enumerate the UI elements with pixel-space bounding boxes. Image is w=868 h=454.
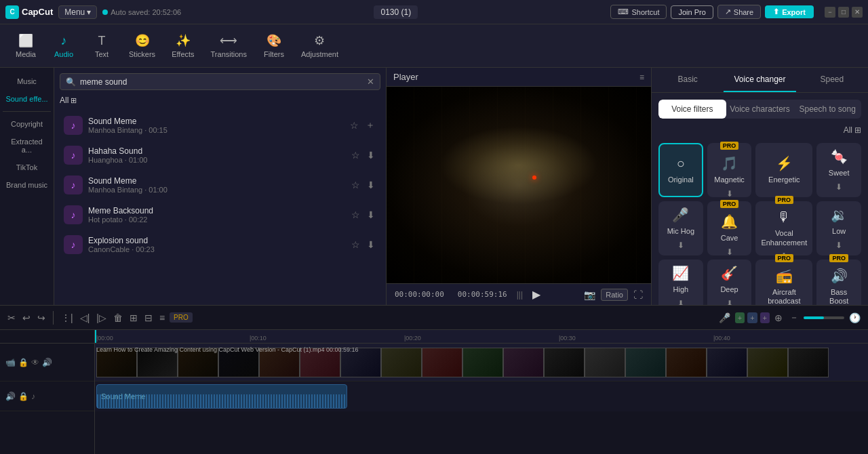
list-item[interactable]: ♪ Explosion sound CanonCable · 00:23 ☆ ⬇ <box>60 230 380 260</box>
search-input[interactable] <box>80 77 363 87</box>
voice-card-aircraft-broadcast[interactable]: PRO 📻 Aircraft broadcast ⬇ <box>755 260 812 305</box>
favorite-button[interactable]: ☆ <box>350 238 361 251</box>
tool-text[interactable]: T Text <box>84 30 119 62</box>
video-thumb <box>503 348 544 377</box>
sidebar-item-music[interactable]: Music <box>3 73 51 89</box>
vf-tab-voice-characters[interactable]: Voice characters <box>726 100 794 119</box>
download-button[interactable]: ⬇ <box>366 178 376 192</box>
voice-card-bass-boost[interactable]: PRO 🔊 Bass Boost ⬇ <box>816 260 861 305</box>
favorite-button[interactable]: ☆ <box>350 208 361 222</box>
favorite-button[interactable]: ☆ <box>349 119 360 132</box>
delete-button[interactable]: 🗑 <box>111 310 125 325</box>
voice-card-cave[interactable]: PRO 🔔 Cave ⬇ <box>707 201 752 255</box>
redo-button[interactable]: ↪ <box>35 310 47 325</box>
tool-audio[interactable]: ♪ Audio <box>46 30 81 62</box>
tool-media[interactable]: ⬜ Media <box>8 29 43 62</box>
track-add-button[interactable]: + <box>735 312 745 323</box>
download-button[interactable]: ⬇ <box>366 238 376 251</box>
list-item[interactable]: ♪ Sound Meme Manhoa Bintang · 00:15 ☆ ＋ <box>60 110 380 140</box>
zoom-slider[interactable] <box>804 316 844 319</box>
sidebar-item-extracted[interactable]: Extracted a... <box>3 133 51 158</box>
undo-button[interactable]: ↩ <box>20 310 33 325</box>
sidebar-item-tiktok[interactable]: TikTok <box>3 159 51 176</box>
clear-search-button[interactable]: ✕ <box>367 77 374 87</box>
player-menu-icon[interactable]: ≡ <box>639 73 644 82</box>
vf-tab-speech-to-song[interactable]: Speech to song <box>793 100 861 119</box>
shortcut-button[interactable]: ⌨ Shortcut <box>610 5 667 19</box>
ratio-button[interactable]: Ratio <box>601 289 628 301</box>
video-player: Player ≡ 00:00:00:00 00:00:59:16 ||| ▶ 📷… <box>387 68 651 305</box>
close-button[interactable]: ✕ <box>852 7 863 18</box>
list-item[interactable]: ♪ Hahaha Sound Huanghoa · 01:00 ☆ ⬇ <box>60 140 380 170</box>
play-button[interactable]: ▶ <box>532 288 540 301</box>
voice-card-label: High <box>673 285 689 294</box>
sound-name: Meme Backsound <box>88 206 344 215</box>
list-item[interactable]: ♪ Sound Meme Manhoa Bintang · 01:00 ☆ ⬇ <box>60 170 380 200</box>
ungroup-button[interactable]: ⊟ <box>142 310 155 325</box>
auto-save-status: Auto saved: 20:52:06 <box>102 8 181 16</box>
tool-stickers[interactable]: 😊 Stickers <box>122 29 162 62</box>
menu-button[interactable]: Menu ▾ <box>58 5 97 19</box>
trim-right-button[interactable]: |▷ <box>94 310 108 325</box>
minimize-button[interactable]: － <box>825 7 835 18</box>
playhead[interactable] <box>95 330 96 343</box>
sound-panel: 🔍 ✕ All ⊞ ♪ Sound Meme Manhoa Bintang · <box>54 68 386 305</box>
align-button[interactable]: ≡ <box>157 310 167 325</box>
tab-basic[interactable]: Basic <box>652 68 724 92</box>
filters-label: Filters <box>264 50 284 58</box>
split-clip-button[interactable]: ⋮| <box>59 310 75 325</box>
merge-button[interactable]: ⊕ <box>772 310 785 325</box>
clock-button[interactable]: 🕐 <box>847 310 863 325</box>
voice-card-low[interactable]: 🔉 Low ⬇ <box>816 201 861 255</box>
voice-card-vocal-enhancement[interactable]: PRO 🎙 Vocal Enhancement ⬇ <box>755 201 812 255</box>
favorite-button[interactable]: ☆ <box>350 148 361 162</box>
favorite-button[interactable]: ☆ <box>350 178 361 192</box>
group-button[interactable]: ⊞ <box>127 310 140 325</box>
tool-transitions[interactable]: ⟷ Transitions <box>204 29 254 62</box>
filter-all-right: All ⊞ <box>652 125 868 139</box>
trim-left-button[interactable]: ◁| <box>78 310 92 325</box>
maximize-button[interactable]: □ <box>838 7 849 18</box>
voice-card-deep[interactable]: 🎸 Deep ⬇ <box>707 260 752 305</box>
track-add-3[interactable]: + <box>760 312 770 323</box>
voice-grid: ○ Original PRO 🎵 Magnetic ⬇ ⚡ Energetic … <box>652 139 868 305</box>
split-button[interactable]: ✂ <box>5 310 18 325</box>
export-button[interactable]: ⬆ Export <box>765 5 814 18</box>
tab-speed[interactable]: Speed <box>796 68 868 92</box>
track-add-2[interactable]: + <box>747 312 757 323</box>
camera-icon[interactable]: 📷 <box>584 289 595 300</box>
download-button[interactable]: ⬇ <box>366 148 376 162</box>
tool-effects[interactable]: ✨ Effects <box>165 29 201 62</box>
sidebar-item-copyright[interactable]: Copyright <box>3 116 51 132</box>
zoom-out-button[interactable]: － <box>787 310 801 326</box>
voice-filter-all-button[interactable]: All ⊞ <box>844 125 861 135</box>
track-labels: 📹 🔒 👁 🔊 🔊 🔒 ♪ <box>0 330 95 454</box>
video-thumb <box>422 348 462 377</box>
tool-adjustment[interactable]: ⚙ Adjustment <box>294 29 345 62</box>
download-button[interactable]: ⬇ <box>366 208 376 222</box>
share-button[interactable]: ↗ Share <box>717 5 761 19</box>
fullscreen-icon[interactable]: ⛶ <box>633 289 643 300</box>
audio-block[interactable]: Sound Meme <box>96 384 347 409</box>
vf-tab-voice-filters[interactable]: Voice filters <box>658 100 726 119</box>
add-button[interactable]: ＋ <box>364 118 376 133</box>
voice-card-sweet[interactable]: 🍬 Sweet ⬇ <box>816 143 861 197</box>
pro-badge-button[interactable]: PRO <box>170 312 193 323</box>
filter-all-label[interactable]: All ⊞ <box>60 96 77 105</box>
tool-filters[interactable]: 🎨 Filters <box>256 29 292 62</box>
sound-list: ♪ Sound Meme Manhoa Bintang · 00:15 ☆ ＋ … <box>54 110 386 305</box>
sidebar-item-brand-music[interactable]: Brand music <box>3 177 51 193</box>
mic-button[interactable]: 🎤 <box>717 310 732 325</box>
voice-card-mic-hog[interactable]: 🎤 Mic Hog ⬇ <box>658 201 703 255</box>
tab-voice-changer[interactable]: Voice changer <box>724 68 795 92</box>
sound-name: Explosion sound <box>88 236 344 245</box>
join-pro-button[interactable]: Join Pro <box>671 5 713 19</box>
share-icon: ↗ <box>725 7 731 16</box>
sidebar-item-sound-effects[interactable]: Sound effe... <box>3 91 51 107</box>
list-item[interactable]: ♪ Meme Backsound Hot potato · 00:22 ☆ ⬇ <box>60 200 380 230</box>
voice-card-energetic[interactable]: ⚡ Energetic <box>755 143 812 197</box>
voice-card-high[interactable]: 📈 High ⬇ <box>658 260 703 305</box>
voice-card-original[interactable]: ○ Original <box>658 143 703 197</box>
sound-meta: CanonCable · 00:23 <box>88 245 344 253</box>
voice-card-magnetic[interactable]: PRO 🎵 Magnetic ⬇ <box>707 143 752 197</box>
